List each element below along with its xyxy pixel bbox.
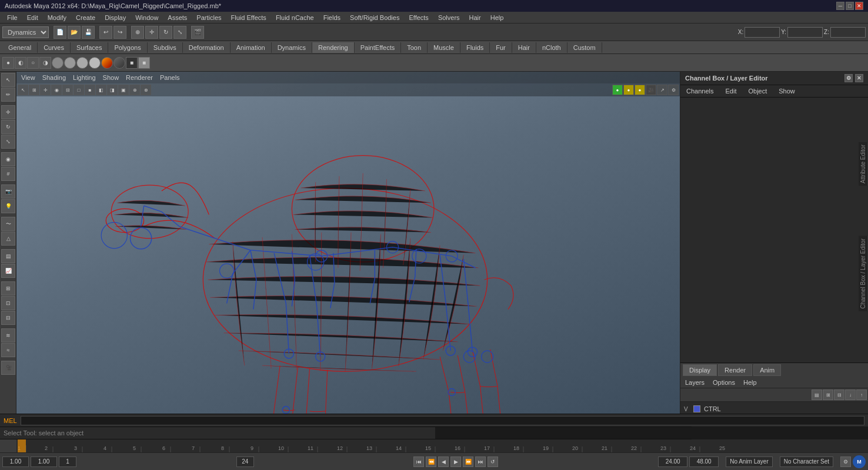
play-back-button[interactable]: ◀ bbox=[438, 456, 449, 467]
shelf-icon-black[interactable]: ■ bbox=[126, 57, 138, 69]
menu-item-help[interactable]: Help bbox=[486, 13, 509, 22]
tab-polygons[interactable]: Polygons bbox=[108, 42, 147, 53]
go-start-button[interactable]: ⏮ bbox=[413, 456, 424, 467]
vp-icon-17[interactable]: ↗ bbox=[657, 85, 667, 95]
timeline-ruler[interactable]: 1 2 3 4 5 6 7 8 9 10 11 12 13 14 15 16 1… bbox=[16, 439, 868, 452]
tab-channels[interactable]: Channels bbox=[683, 86, 717, 96]
vp-icon-2[interactable]: ⊞ bbox=[29, 85, 39, 95]
graph-tool[interactable]: 📈 bbox=[1, 264, 15, 278]
menu-item-solvers[interactable]: Solvers bbox=[433, 13, 465, 22]
menu-item-edit[interactable]: Edit bbox=[22, 13, 43, 22]
rotate-icon[interactable]: ↻ bbox=[159, 26, 172, 39]
deform-tool[interactable]: ≋ bbox=[1, 328, 15, 343]
vp-icon-6[interactable]: □ bbox=[74, 85, 84, 95]
tab-painteffects[interactable]: PaintEffects bbox=[355, 42, 402, 53]
menu-item-fields[interactable]: Fields bbox=[319, 13, 345, 22]
vp-icon-11[interactable]: ⊕ bbox=[129, 85, 140, 95]
menu-item-soft/rigid bodies[interactable]: Soft/Rigid Bodies bbox=[345, 13, 404, 22]
shelf-icon-4[interactable]: ◑ bbox=[39, 57, 51, 69]
render-tool[interactable]: 🎥 bbox=[1, 361, 15, 375]
x-input[interactable] bbox=[745, 27, 780, 38]
vp-icon-12[interactable]: ⊗ bbox=[141, 85, 151, 95]
vp-icon-13[interactable]: ● bbox=[612, 85, 623, 95]
menu-item-fluid effects[interactable]: Fluid Effects bbox=[226, 13, 271, 22]
step-back-button[interactable]: ⏪ bbox=[426, 456, 436, 467]
total-end-input[interactable] bbox=[689, 456, 719, 467]
vp-icon-1[interactable]: ↖ bbox=[18, 85, 28, 95]
tab-curves[interactable]: Curves bbox=[38, 42, 71, 53]
menu-item-effects[interactable]: Effects bbox=[404, 13, 433, 22]
menu-item-hair[interactable]: Hair bbox=[465, 13, 486, 22]
range-end-input[interactable] bbox=[658, 456, 687, 467]
tab-anim[interactable]: Anim bbox=[753, 364, 781, 376]
tab-rendering[interactable]: Rendering bbox=[312, 42, 355, 53]
view-menu[interactable]: View bbox=[19, 73, 38, 82]
layer-icon-3[interactable]: ⊟ bbox=[834, 390, 844, 400]
z-input[interactable] bbox=[830, 27, 866, 38]
skin-tool[interactable]: ⊟ bbox=[1, 311, 15, 325]
renderer-menu[interactable]: Renderer bbox=[123, 73, 155, 82]
shelf-sphere-4[interactable] bbox=[89, 57, 101, 69]
curve-tool[interactable]: 〜 bbox=[1, 217, 15, 231]
rigging-tool[interactable]: ⊞ bbox=[1, 281, 15, 296]
loop-button[interactable]: ↺ bbox=[488, 456, 498, 467]
vp-icon-9[interactable]: ◨ bbox=[107, 85, 118, 95]
panel-icon-1[interactable]: ⚙ bbox=[844, 74, 853, 82]
close-button[interactable]: ✕ bbox=[855, 2, 863, 10]
blend-tool[interactable]: ≈ bbox=[1, 343, 15, 357]
menu-item-assets[interactable]: Assets bbox=[163, 13, 192, 22]
vp-icon-16[interactable]: 🎥 bbox=[646, 85, 656, 95]
scale-icon[interactable]: ⤡ bbox=[173, 26, 186, 39]
tab-object[interactable]: Object bbox=[745, 86, 770, 96]
vp-icon-7[interactable]: ■ bbox=[85, 85, 95, 95]
layer-tool[interactable]: ▤ bbox=[1, 249, 15, 263]
open-icon[interactable]: 📂 bbox=[68, 26, 81, 39]
shelf-icon-1[interactable]: ● bbox=[2, 57, 14, 69]
panels-menu[interactable]: Panels bbox=[158, 73, 182, 82]
go-end-button[interactable]: ⏭ bbox=[475, 456, 486, 467]
play-button[interactable]: ▶ bbox=[450, 456, 461, 467]
undo-icon[interactable]: ↩ bbox=[99, 26, 112, 39]
options-menu[interactable]: Options bbox=[710, 378, 737, 387]
menu-item-fluid ncache[interactable]: Fluid nCache bbox=[271, 13, 319, 22]
range-start-input[interactable] bbox=[2, 456, 29, 467]
soft-select[interactable]: ◉ bbox=[1, 152, 15, 166]
minimize-button[interactable]: ─ bbox=[836, 2, 844, 10]
menu-item-window[interactable]: Window bbox=[131, 13, 163, 22]
vp-icon-10[interactable]: ▣ bbox=[118, 85, 129, 95]
light-tool[interactable]: 💡 bbox=[1, 199, 15, 213]
camera-tool[interactable]: 📷 bbox=[1, 184, 15, 199]
save-icon[interactable]: 💾 bbox=[82, 26, 95, 39]
rotate-tool[interactable]: ↻ bbox=[1, 120, 15, 134]
shelf-icon-2[interactable]: ◐ bbox=[15, 57, 26, 69]
maximize-button[interactable]: □ bbox=[846, 2, 854, 10]
shading-menu[interactable]: Shading bbox=[40, 73, 68, 82]
layer-icon-2[interactable]: ⊞ bbox=[823, 390, 833, 400]
vp-icon-5[interactable]: ⊟ bbox=[62, 85, 73, 95]
move-tool[interactable]: ✛ bbox=[1, 105, 15, 119]
shelf-sphere-3[interactable] bbox=[76, 57, 88, 69]
tab-dynamics[interactable]: Dynamics bbox=[272, 42, 312, 53]
layer-icon-1[interactable]: ▤ bbox=[812, 390, 822, 400]
mel-input[interactable] bbox=[21, 416, 864, 425]
tab-muscle[interactable]: Muscle bbox=[428, 42, 460, 53]
vp-icon-4[interactable]: ◉ bbox=[51, 85, 62, 95]
playback-input[interactable] bbox=[236, 456, 254, 467]
y-input[interactable] bbox=[787, 27, 823, 38]
joint-tool[interactable]: ⊡ bbox=[1, 296, 15, 310]
layer-icon-5[interactable]: ↑ bbox=[856, 390, 867, 400]
dynamics-dropdown[interactable]: Dynamics bbox=[2, 26, 49, 38]
vp-icon-15[interactable]: ● bbox=[635, 85, 645, 95]
redo-icon[interactable]: ↪ bbox=[113, 26, 126, 39]
layer-icon-4[interactable]: ↓ bbox=[845, 390, 856, 400]
tab-display[interactable]: Display bbox=[683, 364, 717, 376]
select-tool[interactable]: ↖ bbox=[1, 73, 15, 87]
layer-row-ctrl[interactable]: V CTRL bbox=[682, 403, 867, 415]
menu-item-particles[interactable]: Particles bbox=[192, 13, 226, 22]
tab-render[interactable]: Render bbox=[718, 364, 752, 376]
tab-hair[interactable]: Hair bbox=[512, 42, 536, 53]
step-fwd-button[interactable]: ⏩ bbox=[463, 456, 473, 467]
vp-icon-18[interactable]: ⚙ bbox=[668, 85, 679, 95]
options-btn[interactable]: ⚙ bbox=[840, 456, 851, 467]
poly-tool[interactable]: △ bbox=[1, 231, 15, 246]
